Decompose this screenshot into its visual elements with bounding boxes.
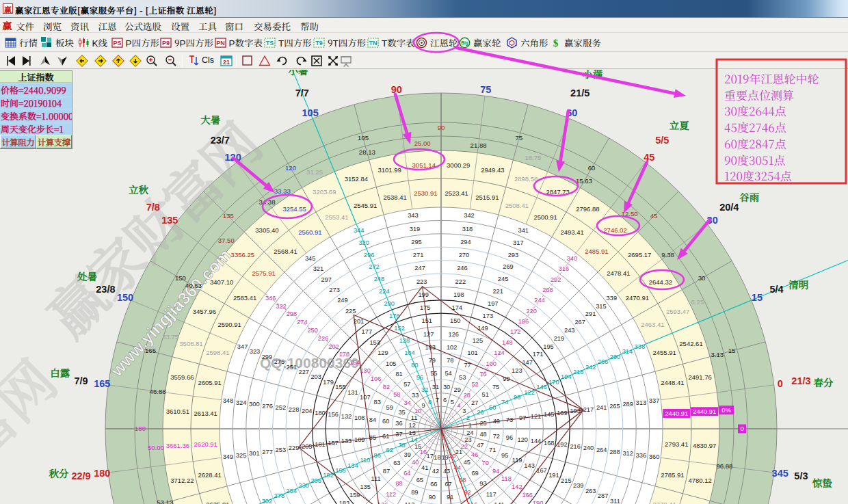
wheel-number: 146	[536, 384, 547, 390]
toolbar-item-badge-ts[interactable]: TST四方形	[264, 33, 312, 52]
toolbar-item-quote-table[interactable]: 行情	[5, 33, 38, 52]
gann-wheel-app: {"window":{"title":"赢家江恩专业版[赢家服务平台] - [上…	[0, 0, 848, 504]
wheel-number: 120	[518, 436, 529, 443]
wheel-number: 320	[358, 239, 369, 246]
wheel-number: 75	[492, 384, 499, 390]
toolbar-item-badge-tn[interactable]: TNT数字表	[367, 33, 415, 52]
zoom-out-icon[interactable]	[164, 54, 178, 68]
svg-text:T9: T9	[315, 40, 323, 47]
wheel-number: 60	[382, 418, 389, 425]
toolbar-item-badge-p9[interactable]: P99P四方形	[160, 33, 213, 52]
wheel-number: 25	[479, 420, 486, 427]
toolbar-item-big-wheel[interactable]: Big赢家轮	[459, 33, 501, 52]
zoom-in-icon[interactable]	[145, 54, 159, 68]
down-triangle-icon[interactable]	[55, 54, 69, 68]
toolbar-item-blocks[interactable]: 板块	[41, 33, 74, 52]
wheel-number: 287	[598, 492, 609, 499]
wheel-number: 84	[369, 416, 376, 423]
chart-label: 3610.51	[166, 408, 189, 415]
wheel-number: 291	[585, 310, 596, 317]
calc-support-button[interactable]: 计算支撑	[36, 135, 72, 148]
brand-logo-icon[interactable]: 赢	[1, 20, 13, 31]
wheel-number: 169	[557, 410, 568, 416]
chart-label: 120	[285, 164, 296, 172]
chart-label: 105	[358, 134, 369, 142]
gann-wheel-chart[interactable]: 赢家财富网富网www.yingjia360.comQQ:100800360123…	[0, 70, 848, 504]
toolbar-item-badge-pn[interactable]: PNP数字表	[215, 33, 263, 52]
wheel-number: 338	[635, 343, 646, 350]
menu-item[interactable]: 工具	[198, 20, 217, 32]
wheel-number: 267	[574, 319, 585, 326]
calc-resistance-button[interactable]: 计算阻力	[0, 135, 36, 148]
toolbar-item-gann-wheel[interactable]: 江恩轮	[416, 33, 458, 52]
chart-label: 3661.36	[166, 442, 189, 449]
box-x-icon[interactable]	[310, 54, 323, 68]
chart-label: 2793.41	[665, 440, 688, 448]
degree-label: 345	[772, 468, 789, 479]
rotate-cw-icon[interactable]	[276, 54, 289, 68]
menu-item[interactable]: 帮助	[300, 20, 319, 32]
wheel-number: 35	[398, 409, 405, 416]
wheel-number: 53	[459, 374, 466, 381]
prev-page-icon[interactable]	[5, 54, 18, 68]
wheel-number: 141	[494, 501, 505, 504]
menu-item[interactable]: 文件	[16, 20, 34, 32]
calendar-icon[interactable]: 21	[220, 54, 233, 68]
toolbar-item-dollar[interactable]: $赢家服务	[550, 33, 601, 52]
square-tool-icon[interactable]	[241, 54, 254, 68]
screen-icon[interactable]	[339, 54, 353, 68]
toolbar-item-badge-ps[interactable]: PSP四方形	[111, 33, 160, 52]
date-label: 5/4	[769, 284, 783, 295]
date-label: 22/9	[71, 470, 90, 481]
menu-item[interactable]: 公式选股	[124, 20, 161, 32]
chart-label: 2515.91	[475, 194, 499, 201]
wheel-number: 194	[561, 373, 572, 380]
badge-ts-icon: TS	[264, 37, 276, 49]
menu-item[interactable]: 资讯	[70, 20, 89, 32]
diamond-right-icon[interactable]	[94, 54, 107, 68]
svg-text:PS: PS	[113, 40, 121, 47]
price-field: 价格=2440.9099	[0, 83, 72, 96]
toolbar-item-hexagon[interactable]: 六角形	[506, 33, 548, 52]
wheel-number: 67	[445, 481, 451, 488]
up-triangle-icon[interactable]	[38, 54, 52, 68]
rotate-ccw-icon[interactable]	[294, 54, 308, 68]
toolbar-item-badge-t9[interactable]: T99T四方形	[313, 33, 366, 52]
triangle-tool-icon[interactable]	[258, 54, 271, 68]
wheel-number: 315	[596, 303, 607, 310]
wheel-number: 190	[533, 500, 544, 504]
menu-item[interactable]: 设置	[171, 20, 189, 32]
wheel-number: 244	[534, 297, 545, 304]
svg-text:21: 21	[223, 59, 230, 66]
toolbar-item-label: 行情	[19, 36, 38, 49]
chart-area: 赢家财富网富网www.yingjia360.comQQ:100800360123…	[0, 70, 848, 504]
app-logo-icon: 赢	[3, 3, 13, 14]
resize-icon[interactable]	[326, 54, 340, 68]
gann-wheel-icon	[416, 37, 427, 49]
cls-label[interactable]: Cls	[202, 55, 215, 69]
chart-label: 28.13	[359, 148, 375, 156]
menu-item[interactable]: 窗口	[225, 20, 243, 32]
wheel-number: 322	[276, 303, 287, 310]
menu-item[interactable]: 江恩	[98, 20, 117, 32]
next-page-icon[interactable]	[19, 54, 33, 68]
wheel-number: 32	[421, 386, 428, 393]
chart-label: 3305.40	[255, 226, 278, 234]
toolbar-item-candlestick[interactable]: K线	[78, 33, 108, 52]
price-axis-icon[interactable]	[187, 54, 200, 68]
diamond-up-icon[interactable]	[111, 54, 125, 68]
wheel-number: 265	[609, 403, 620, 410]
wheel-number: 54	[445, 370, 451, 377]
wheel-number: 158	[335, 467, 346, 474]
menu-item[interactable]: 交易委托	[254, 20, 291, 32]
chart-label: 2530.91	[414, 189, 437, 197]
wheel-number: 219	[554, 335, 565, 342]
diamond-left-icon[interactable]	[75, 54, 89, 68]
wheel-number: 288	[609, 449, 620, 455]
wheel-number: 1	[468, 422, 472, 429]
menu-item[interactable]: 浏览	[43, 20, 62, 32]
wheel-number: 152	[394, 325, 405, 332]
chart-label: 2470.91	[626, 294, 649, 302]
wheel-number: 48	[479, 431, 486, 438]
diamond-down-icon[interactable]	[129, 54, 142, 68]
